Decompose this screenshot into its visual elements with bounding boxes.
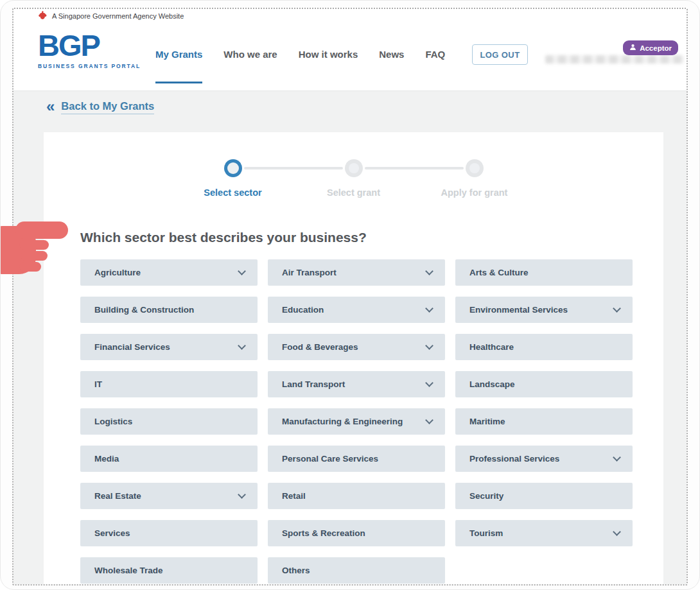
wizard-step: Apply for grant (414, 159, 535, 198)
sector-label: Environmental Services (469, 305, 568, 315)
redacted-user-info (545, 55, 684, 64)
sector-button[interactable]: Agriculture (80, 259, 258, 286)
main-nav: My GrantsWho we areHow it worksNewsFAQ (155, 49, 445, 60)
person-icon (629, 44, 636, 52)
sector-label: Agriculture (94, 268, 141, 277)
chevron-down-icon (425, 267, 433, 275)
logo-acronym: BGP (38, 30, 141, 61)
sector-label: Sports & Recreation (282, 528, 365, 538)
sector-button[interactable]: Real Estate (80, 483, 258, 509)
chevron-down-icon (238, 267, 246, 275)
sector-label: Arts & Culture (469, 268, 529, 277)
sector-label: Retail (282, 491, 306, 501)
sector-label: Personal Care Services (282, 454, 378, 464)
site-header: BGP BUSINESS GRANTS PORTAL My GrantsWho … (13, 23, 687, 91)
nav-item[interactable]: Who we are (223, 49, 277, 60)
sector-label: Media (94, 454, 119, 464)
back-to-my-grants-link[interactable]: « Back to My Grants (46, 100, 154, 114)
sector-button[interactable]: IT (80, 371, 258, 397)
logout-button[interactable]: LOG OUT (472, 44, 528, 65)
double-chevron-left-icon: « (46, 99, 55, 114)
sector-label: Healthcare (469, 342, 514, 352)
sector-button[interactable]: Professional Services (455, 446, 633, 472)
step-circle-icon (466, 159, 484, 177)
sector-button[interactable]: Education (268, 297, 445, 323)
chevron-down-icon (425, 342, 433, 350)
gov-banner: A Singapore Government Agency Website (13, 9, 687, 23)
chevron-down-icon (238, 342, 246, 350)
sector-button[interactable]: Logistics (80, 408, 258, 435)
nav-item[interactable]: My Grants (155, 49, 202, 60)
sector-label: Education (282, 305, 324, 315)
sector-button[interactable]: Tourism (455, 520, 633, 546)
sector-label: Manufacturing & Engineering (282, 417, 403, 426)
nav-item[interactable]: News (379, 49, 404, 60)
sector-label: Wholesale Trade (94, 566, 163, 575)
sector-button[interactable]: Services (80, 520, 258, 546)
sector-button[interactable]: Land Transport (268, 371, 445, 397)
sector-label: Others (282, 566, 310, 575)
step-circle-icon (224, 159, 242, 177)
sector-button[interactable]: Maritime (455, 408, 633, 435)
sector-button[interactable]: Wholesale Trade (80, 557, 258, 584)
step-circle-icon (345, 159, 363, 177)
sector-label: Security (469, 491, 503, 501)
wizard-step: Select grant (293, 159, 414, 198)
sector-button[interactable]: Arts & Culture (455, 259, 633, 286)
sector-button[interactable]: Building & Construction (80, 297, 258, 323)
chevron-down-icon (613, 528, 621, 536)
wizard-step: Select sector (173, 159, 293, 198)
sector-button[interactable]: Financial Services (80, 334, 258, 360)
singapore-lion-crest-icon (39, 10, 47, 22)
chevron-down-icon (425, 416, 433, 424)
gov-banner-text: A Singapore Government Agency Website (52, 12, 184, 20)
sector-label: Landscape (469, 379, 515, 389)
sector-label: Services (94, 528, 130, 538)
sector-button[interactable]: Sports & Recreation (268, 520, 445, 546)
sector-label: IT (94, 379, 102, 389)
chevron-down-icon (425, 379, 433, 387)
sector-button[interactable]: Food & Beverages (268, 334, 445, 360)
sector-label: Real Estate (94, 491, 141, 501)
screenshot-canvas: A Singapore Government Agency Website BG… (0, 0, 700, 590)
sector-label: Maritime (469, 417, 505, 426)
chevron-down-icon (613, 453, 621, 462)
logo-tagline: BUSINESS GRANTS PORTAL (38, 63, 141, 69)
nav-item[interactable]: FAQ (425, 49, 445, 60)
back-link-label: Back to My Grants (61, 100, 154, 114)
sector-label: Financial Services (94, 342, 170, 352)
sector-button[interactable]: Air Transport (268, 259, 445, 286)
sector-label: Logistics (94, 417, 132, 426)
role-badge-label: Acceptor (640, 44, 672, 52)
page-frame: A Singapore Government Agency Website BG… (12, 8, 688, 586)
nav-item[interactable]: How it works (299, 49, 358, 60)
sector-label: Air Transport (282, 268, 337, 277)
sector-label: Tourism (469, 528, 503, 538)
sector-grid: Agriculture Air Transport Arts & Culture… (80, 259, 633, 584)
chevron-down-icon (613, 304, 621, 313)
sector-button[interactable]: Environmental Services (455, 297, 633, 323)
sector-label: Food & Beverages (282, 342, 358, 352)
page-content: « Back to My Grants Select sector Select… (13, 91, 687, 584)
sector-button[interactable]: Security (455, 483, 633, 509)
wizard-stepper: Select sector Select grant Apply for gra… (44, 159, 663, 198)
chevron-down-icon (238, 490, 246, 499)
bgp-logo[interactable]: BGP BUSINESS GRANTS PORTAL (38, 30, 141, 69)
sector-button[interactable]: Personal Care Services (268, 446, 445, 472)
sector-button[interactable]: Others (268, 557, 445, 584)
step-label: Select grant (327, 187, 380, 198)
sector-label: Professional Services (469, 454, 559, 464)
sector-label: Land Transport (282, 379, 345, 389)
wizard-card: Select sector Select grant Apply for gra… (44, 132, 663, 584)
sector-button[interactable]: Retail (268, 483, 445, 509)
step-label: Select sector (204, 187, 261, 198)
sector-button[interactable]: Manufacturing & Engineering (268, 408, 445, 435)
chevron-down-icon (425, 304, 433, 313)
role-badge[interactable]: Acceptor (623, 40, 678, 55)
sector-button[interactable]: Landscape (455, 371, 633, 397)
sector-button[interactable]: Healthcare (455, 334, 633, 360)
sector-label: Building & Construction (94, 305, 194, 315)
step-label: Apply for grant (441, 187, 508, 198)
question-heading: Which sector best describes your busines… (80, 230, 633, 245)
sector-button[interactable]: Media (80, 446, 258, 472)
